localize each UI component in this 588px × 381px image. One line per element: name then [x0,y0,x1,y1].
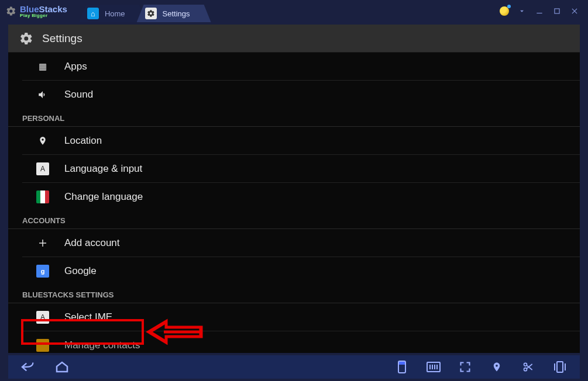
location-icon[interactable] [490,360,504,374]
page-title: Settings [42,32,82,45]
account-icon[interactable] [499,6,510,16]
window-controls [499,6,584,16]
location-icon [36,134,49,147]
settings-header: Settings [8,25,580,53]
settings-icon [145,8,157,19]
tab-home[interactable]: ⌂ Home [79,5,146,22]
tab-strip: ⌂ Home Settings [79,0,202,22]
setting-google[interactable]: g Google [8,257,580,285]
content-frame: Settings ▦ Apps Sound PERSONAL Location … [8,25,580,353]
sound-icon [36,88,49,101]
tab-label: Home [105,9,125,18]
scissors-icon[interactable] [521,360,535,374]
google-icon: g [36,265,49,278]
setting-label: Change language [64,191,143,203]
logo: BlueStacks Play Bigger [20,4,67,19]
setting-apps[interactable]: ▦ Apps [8,53,580,80]
setting-label: Language & input [64,163,142,175]
home-icon: ⌂ [87,8,99,19]
bottom-nav [8,355,580,379]
close-button[interactable] [569,6,580,16]
section-header-accounts: ACCOUNTS [8,210,580,229]
setting-sound[interactable]: Sound [8,81,580,108]
setting-language-input[interactable]: A Language & input [8,155,580,182]
rotate-icon[interactable] [395,360,409,374]
settings-list[interactable]: ▦ Apps Sound PERSONAL Location A Languag… [8,53,580,353]
section-header-bluestacks: BLUESTACKS SETTINGS [8,285,580,303]
setting-location[interactable]: Location [8,127,580,154]
logo-brand: BlueStacks [20,5,67,13]
gear-icon [19,31,34,46]
app-gear-icon [6,6,16,16]
svg-rect-1 [555,9,559,13]
setting-label: Location [64,135,102,147]
setting-label: Apps [64,61,87,72]
keyboard-icon: A [36,162,49,175]
setting-add-account[interactable]: Add account [8,229,580,257]
back-button[interactable] [21,360,35,374]
flag-icon [36,190,49,203]
keyboard-icon: A [36,311,49,324]
plus-icon [36,237,49,250]
setting-label: Add account [64,237,120,249]
setting-label: Manage contacts [64,340,140,351]
tab-label: Settings [163,9,190,18]
tab-settings[interactable]: Settings [137,5,211,22]
maximize-button[interactable] [552,6,562,16]
shake-icon[interactable] [553,360,567,374]
setting-label: Google [64,265,97,277]
keyboard-toggle-icon[interactable] [427,360,441,374]
setting-change-language[interactable]: Change language [8,183,580,210]
setting-label: Select IME [64,311,112,323]
minimize-button[interactable] [534,6,545,16]
contacts-icon [36,339,49,352]
fullscreen-icon[interactable] [458,360,472,374]
logo-tagline: Play Bigger [20,13,67,18]
apps-icon: ▦ [36,60,49,73]
setting-label: Sound [64,89,93,101]
titlebar: BlueStacks Play Bigger ⌂ Home Settings [0,0,588,22]
setting-select-ime[interactable]: A Select IME [8,303,580,331]
section-header-personal: PERSONAL [8,108,580,127]
home-button[interactable] [55,360,69,374]
chevron-down-icon[interactable] [517,6,527,16]
setting-manage-contacts[interactable]: Manage contacts [8,331,580,353]
